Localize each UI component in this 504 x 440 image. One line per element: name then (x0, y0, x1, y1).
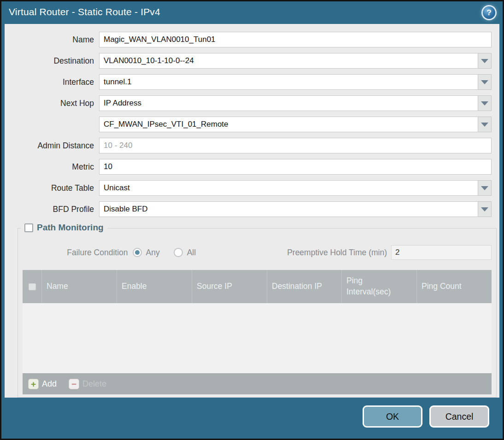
destination-dropdown-button[interactable] (478, 53, 492, 69)
bfd-profile-dropdown-button[interactable] (478, 201, 492, 217)
select-all-checkbox[interactable] (29, 283, 36, 290)
help-icon[interactable]: ? (483, 6, 495, 19)
next-hop-type-dropdown-button[interactable] (478, 95, 492, 111)
select-all-cell (23, 270, 42, 303)
cancel-button[interactable]: Cancel (429, 405, 489, 428)
static-route-dialog: Virtual Router - Static Route - IPv4 ? N… (0, 0, 504, 440)
chevron-down-icon (481, 101, 488, 106)
bfd-profile-input[interactable] (99, 201, 478, 217)
bfd-profile-row: BFD Profile (9, 201, 492, 217)
radio-any-icon[interactable] (133, 248, 142, 257)
destination-input[interactable] (99, 53, 478, 69)
failure-condition-all-option[interactable]: All (174, 248, 196, 258)
delete-button-label: Delete (82, 379, 106, 389)
admin-distance-label: Admin Distance (9, 141, 99, 151)
path-monitoring-checkbox[interactable] (24, 223, 33, 232)
dialog-footer: OK Cancel (363, 405, 489, 428)
radio-all-icon[interactable] (174, 248, 183, 257)
next-hop-address-dropdown-button[interactable] (478, 117, 492, 132)
metric-input[interactable] (99, 159, 492, 175)
column-header-name: Name (42, 270, 117, 303)
chevron-down-icon (481, 80, 488, 84)
preemptive-hold-time-input[interactable] (391, 245, 492, 260)
route-table-row: Route Table (9, 180, 492, 196)
name-row: Name (9, 32, 492, 47)
column-header-enable: Enable (117, 270, 192, 303)
destination-label: Destination (9, 56, 99, 66)
path-monitoring-title: Path Monitoring (37, 223, 104, 233)
metric-row: Metric (9, 159, 492, 175)
destination-row: Destination (9, 53, 492, 69)
dialog-title: Virtual Router - Static Route - IPv4 (9, 6, 160, 18)
radio-all-label: All (187, 248, 196, 258)
admin-distance-row: Admin Distance (9, 138, 492, 153)
dialog-titlebar: Virtual Router - Static Route - IPv4 (1, 1, 503, 23)
column-header-ping-interval: Ping Interval(sec) (342, 270, 417, 303)
chevron-down-icon (481, 186, 488, 190)
failure-condition-label: Failure Condition (23, 248, 133, 258)
ok-button[interactable]: OK (363, 405, 422, 428)
table-footer: + Add − Delete (23, 373, 492, 394)
next-hop-row: Next Hop (9, 95, 492, 111)
name-label: Name (9, 35, 99, 45)
route-table-label: Route Table (9, 183, 99, 193)
column-header-ping-count: Ping Count (417, 270, 492, 303)
name-input[interactable] (99, 32, 492, 47)
next-hop-address-input[interactable] (99, 117, 478, 132)
table-body-empty[interactable] (23, 303, 492, 373)
next-hop-type-input[interactable] (99, 95, 478, 111)
chevron-down-icon (481, 207, 488, 211)
interface-input[interactable] (99, 74, 478, 90)
radio-any-label: Any (146, 248, 160, 258)
interface-dropdown-button[interactable] (478, 74, 492, 90)
add-button-label: Add (42, 379, 57, 389)
preemptive-hold-time-label: Preemptive Hold Time (min) (287, 248, 387, 258)
bfd-profile-label: BFD Profile (9, 205, 99, 214)
interface-row: Interface (9, 74, 492, 90)
next-hop-label: Next Hop (9, 99, 99, 108)
metric-label: Metric (9, 162, 99, 172)
failure-condition-any-option[interactable]: Any (133, 248, 160, 258)
delete-button[interactable]: − Delete (69, 379, 106, 389)
chevron-down-icon (481, 59, 488, 63)
chevron-down-icon (481, 123, 488, 127)
path-monitoring-legend[interactable]: Path Monitoring (21, 223, 107, 233)
add-button[interactable]: + Add (28, 379, 57, 389)
route-table-dropdown-button[interactable] (478, 180, 492, 196)
admin-distance-input[interactable] (99, 138, 492, 153)
failure-condition-row: Failure Condition Any All Preemptive Hol… (23, 245, 492, 260)
path-monitoring-section: Path Monitoring Failure Condition Any Al… (18, 228, 497, 398)
path-monitoring-table: Name Enable Source IP Destination IP Pin… (23, 270, 492, 394)
column-header-destination-ip: Destination IP (267, 270, 342, 303)
next-hop-address-row (9, 117, 492, 132)
interface-label: Interface (9, 77, 99, 87)
plus-icon: + (28, 379, 39, 389)
table-header: Name Enable Source IP Destination IP Pin… (23, 270, 492, 303)
route-table-input[interactable] (99, 180, 478, 196)
dialog-content: Name Destination Interface Next Hop (5, 24, 499, 398)
minus-icon: − (69, 379, 79, 389)
column-header-source-ip: Source IP (192, 270, 267, 303)
